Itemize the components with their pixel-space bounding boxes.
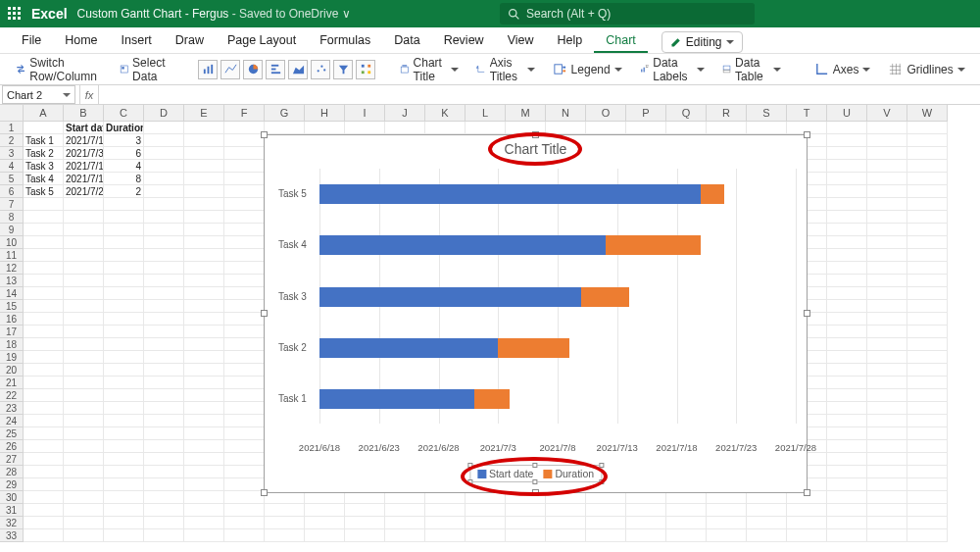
document-title[interactable]: Custom Gantt Chart - Fergus - Saved to O… — [77, 7, 351, 21]
cell[interactable] — [907, 338, 948, 351]
cell[interactable] — [867, 326, 907, 338]
cell[interactable] — [907, 326, 948, 338]
column-header[interactable]: I — [345, 105, 385, 122]
cell[interactable] — [184, 249, 224, 262]
cell[interactable] — [907, 134, 948, 147]
cell[interactable]: Task 2 — [24, 147, 64, 160]
cell[interactable] — [104, 198, 144, 211]
cell[interactable] — [867, 262, 907, 275]
cell[interactable] — [867, 453, 907, 466]
cell[interactable] — [466, 504, 506, 517]
cell[interactable] — [907, 478, 948, 491]
cell[interactable] — [224, 313, 265, 326]
row-header[interactable]: 15 — [0, 300, 24, 313]
cell[interactable] — [224, 300, 265, 313]
cell[interactable] — [184, 338, 224, 351]
cell[interactable] — [827, 504, 867, 517]
cell[interactable] — [224, 326, 265, 338]
cell[interactable] — [64, 249, 104, 262]
cell[interactable] — [64, 275, 104, 287]
legend-button[interactable]: Legend — [547, 60, 628, 78]
cell[interactable] — [104, 338, 144, 351]
column-header[interactable]: V — [867, 105, 907, 122]
column-header[interactable]: N — [546, 105, 586, 122]
cell[interactable] — [144, 440, 184, 453]
cell[interactable] — [224, 198, 265, 211]
cell[interactable] — [626, 529, 666, 542]
column-header[interactable]: U — [827, 105, 867, 122]
app-launcher-icon[interactable] — [6, 5, 24, 23]
cell[interactable] — [144, 236, 184, 249]
cell[interactable] — [827, 300, 867, 313]
cell[interactable] — [24, 529, 64, 542]
cell[interactable] — [184, 517, 224, 529]
cell[interactable] — [907, 466, 948, 478]
cell[interactable] — [104, 351, 144, 364]
legend-handle[interactable] — [467, 479, 472, 484]
cell[interactable] — [184, 364, 224, 376]
cell[interactable] — [425, 529, 466, 542]
cell[interactable] — [224, 211, 265, 224]
cell[interactable] — [827, 440, 867, 453]
cell[interactable] — [787, 504, 827, 517]
cell[interactable] — [907, 415, 948, 427]
cell[interactable] — [64, 236, 104, 249]
cell[interactable] — [827, 198, 867, 211]
cell[interactable] — [867, 351, 907, 364]
cell[interactable] — [144, 415, 184, 427]
cell[interactable] — [907, 351, 948, 364]
cell[interactable] — [907, 287, 948, 300]
cell[interactable]: Task 3 — [24, 160, 64, 173]
cell[interactable] — [345, 529, 385, 542]
cell[interactable] — [144, 427, 184, 440]
cell[interactable]: Start date — [64, 122, 104, 134]
cell[interactable] — [907, 504, 948, 517]
row-header[interactable]: 11 — [0, 249, 24, 262]
search-box[interactable]: Search (Alt + Q) — [500, 3, 755, 25]
resize-handle-s[interactable] — [532, 489, 539, 496]
cell[interactable] — [867, 440, 907, 453]
cell[interactable] — [104, 376, 144, 389]
column-header[interactable]: A — [24, 105, 64, 122]
column-header[interactable]: C — [104, 105, 144, 122]
cell[interactable] — [184, 300, 224, 313]
cell[interactable] — [64, 402, 104, 415]
column-header[interactable]: T — [787, 105, 827, 122]
cell[interactable] — [546, 517, 586, 529]
cell[interactable] — [907, 224, 948, 236]
cell[interactable] — [747, 517, 787, 529]
cell[interactable] — [184, 185, 224, 198]
cell[interactable] — [586, 517, 626, 529]
cell[interactable] — [224, 478, 265, 491]
cell[interactable] — [24, 287, 64, 300]
cell[interactable] — [24, 453, 64, 466]
cell[interactable] — [144, 198, 184, 211]
cell[interactable] — [224, 402, 265, 415]
row-header[interactable]: 31 — [0, 504, 24, 517]
column-header[interactable]: B — [64, 105, 104, 122]
column-header[interactable]: F — [224, 105, 265, 122]
cell[interactable] — [184, 122, 224, 134]
cell[interactable] — [104, 427, 144, 440]
cell[interactable]: 4 — [104, 160, 144, 173]
row-header[interactable]: 1 — [0, 122, 24, 134]
chart-type-area[interactable] — [288, 60, 308, 79]
cell[interactable]: 2021/7/12 — [64, 173, 104, 185]
name-box[interactable]: Chart 2 — [2, 85, 75, 104]
cell[interactable] — [144, 287, 184, 300]
cell[interactable] — [64, 504, 104, 517]
tab-file[interactable]: File — [10, 29, 53, 53]
cell[interactable] — [867, 134, 907, 147]
cell[interactable] — [907, 440, 948, 453]
cell[interactable] — [385, 504, 425, 517]
chart-type-more[interactable] — [356, 60, 375, 79]
cell[interactable] — [907, 262, 948, 275]
cell[interactable] — [626, 504, 666, 517]
cell[interactable] — [144, 275, 184, 287]
cell[interactable] — [827, 147, 867, 160]
cell[interactable] — [867, 517, 907, 529]
column-header[interactable]: M — [506, 105, 546, 122]
cell[interactable] — [184, 415, 224, 427]
cell[interactable] — [24, 236, 64, 249]
cell[interactable] — [827, 173, 867, 185]
